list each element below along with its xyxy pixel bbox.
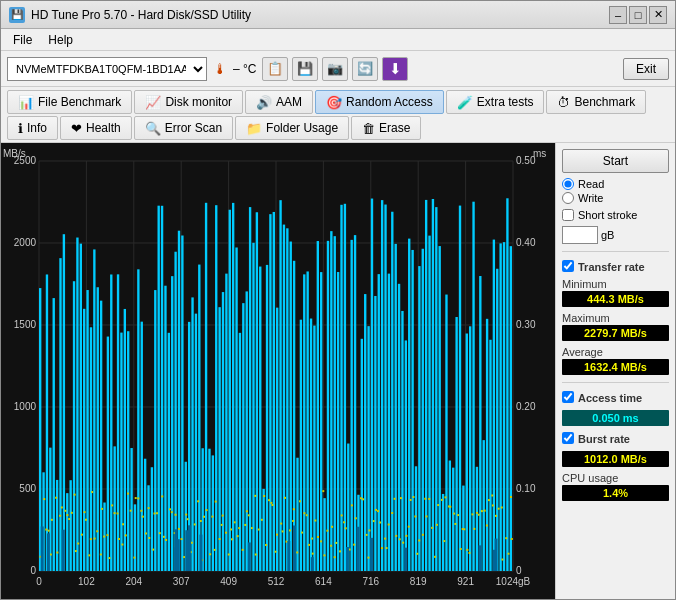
short-stroke-label: Short stroke [578,209,637,221]
title-bar: 💾 HD Tune Pro 5.70 - Hard Disk/SSD Utili… [1,1,675,29]
nav-bar: 📊 File Benchmark 📈 Disk monitor 🔊 AAM 🎯 … [1,87,675,143]
info-icon: ℹ [18,121,23,136]
nav-info-label: Info [27,121,47,135]
access-time-checkbox-label[interactable]: Access time [562,390,669,404]
temp-display: – °C [233,62,256,76]
minimum-label: Minimum [562,278,669,290]
read-write-group: Read Write [562,178,669,204]
nav-health[interactable]: ❤ Health [60,116,132,140]
average-section: Average 1632.4 MB/s [562,346,669,375]
nav-info[interactable]: ℹ Info [7,116,58,140]
menu-file[interactable]: File [5,31,40,49]
cpu-usage-label: CPU usage [562,472,669,484]
gb-label: gB [601,229,614,241]
average-value: 1632.4 MB/s [562,359,669,375]
maximum-label: Maximum [562,312,669,324]
short-stroke-input[interactable]: 40 [562,226,598,244]
icon-save[interactable]: 💾 [292,57,318,81]
maximum-section: Maximum 2279.7 MB/s [562,312,669,341]
close-button[interactable]: ✕ [649,6,667,24]
nav-file-benchmark[interactable]: 📊 File Benchmark [7,90,132,114]
maximum-value: 2279.7 MB/s [562,325,669,341]
write-label: Write [578,192,603,204]
error-scan-icon: 🔍 [145,121,161,136]
icon-copy[interactable]: 📋 [262,57,288,81]
nav-error-scan-label: Error Scan [165,121,222,135]
chart-area [1,143,555,599]
short-stroke-checkbox-label[interactable]: Short stroke [562,209,669,221]
access-time-checkbox[interactable] [562,391,574,403]
extra-tests-icon: 🧪 [457,95,473,110]
divider-1 [562,251,669,252]
menu-bar: File Help [1,29,675,51]
nav-folder-usage-label: Folder Usage [266,121,338,135]
nav-random-access[interactable]: 🎯 Random Access [315,90,444,114]
short-stroke-checkbox[interactable] [562,209,574,221]
icon-refresh[interactable]: 🔄 [352,57,378,81]
right-panel: Start Read Write Short stroke 40 gB [555,143,675,599]
cpu-usage-section: CPU usage 1.4% [562,472,669,501]
nav-extra-tests-label: Extra tests [477,95,534,109]
nav-folder-usage[interactable]: 📁 Folder Usage [235,116,349,140]
nav-disk-monitor-label: Disk monitor [165,95,232,109]
toolbar-icons: 📋 💾 📷 🔄 ⬇ [262,57,617,81]
burst-rate-checkbox-label[interactable]: Burst rate [562,431,669,445]
minimum-value: 444.3 MB/s [562,291,669,307]
transfer-rate-checkbox-label[interactable]: Transfer rate [562,259,669,273]
thermometer-icon: 🌡 [213,61,227,77]
disk-monitor-icon: 📈 [145,95,161,110]
main-window: 💾 HD Tune Pro 5.70 - Hard Disk/SSD Utili… [0,0,676,600]
nav-aam-label: AAM [276,95,302,109]
write-radio[interactable] [562,192,574,204]
minimum-section: Minimum 444.3 MB/s [562,278,669,307]
nav-disk-monitor[interactable]: 📈 Disk monitor [134,90,243,114]
aam-icon: 🔊 [256,95,272,110]
nav-erase[interactable]: 🗑 Erase [351,116,421,140]
exit-button[interactable]: Exit [623,58,669,80]
short-stroke-row: 40 gB [562,226,669,244]
drive-select[interactable]: NVMeMTFDKBA1T0QFM-1BD1AABGB (1 [7,57,207,81]
app-icon: 💾 [9,7,25,23]
transfer-rate-checkbox[interactable] [562,260,574,272]
menu-help[interactable]: Help [40,31,81,49]
file-benchmark-icon: 📊 [18,95,34,110]
window-title: HD Tune Pro 5.70 - Hard Disk/SSD Utility [31,8,251,22]
nav-erase-label: Erase [379,121,410,135]
access-time-label: Access time [578,392,642,404]
divider-2 [562,382,669,383]
nav-error-scan[interactable]: 🔍 Error Scan [134,116,233,140]
burst-rate-label: Burst rate [578,433,630,445]
erase-icon: 🗑 [362,121,375,136]
toolbar: NVMeMTFDKBA1T0QFM-1BD1AABGB (1 🌡 – °C 📋 … [1,51,675,87]
benchmark-chart [1,143,555,599]
maximize-button[interactable]: □ [629,6,647,24]
cpu-usage-value: 1.4% [562,485,669,501]
write-radio-label[interactable]: Write [562,192,669,204]
nav-benchmark[interactable]: ⏱ Benchmark [546,90,646,114]
nav-health-label: Health [86,121,121,135]
average-label: Average [562,346,669,358]
read-radio[interactable] [562,178,574,190]
title-bar-left: 💾 HD Tune Pro 5.70 - Hard Disk/SSD Utili… [9,7,251,23]
nav-extra-tests[interactable]: 🧪 Extra tests [446,90,545,114]
nav-aam[interactable]: 🔊 AAM [245,90,313,114]
health-icon: ❤ [71,121,82,136]
burst-rate-checkbox[interactable] [562,432,574,444]
access-time-value: 0.050 ms [562,410,669,426]
start-button[interactable]: Start [562,149,669,173]
transfer-rate-label: Transfer rate [578,261,645,273]
read-radio-label[interactable]: Read [562,178,669,190]
burst-rate-value: 1012.0 MB/s [562,451,669,467]
read-label: Read [578,178,604,190]
minimize-button[interactable]: – [609,6,627,24]
icon-download[interactable]: ⬇ [382,57,408,81]
nav-file-benchmark-label: File Benchmark [38,95,121,109]
title-bar-controls: – □ ✕ [609,6,667,24]
folder-usage-icon: 📁 [246,121,262,136]
nav-random-access-label: Random Access [346,95,433,109]
nav-benchmark-label: Benchmark [574,95,635,109]
benchmark-icon: ⏱ [557,95,570,110]
main-content: Start Read Write Short stroke 40 gB [1,143,675,599]
icon-camera[interactable]: 📷 [322,57,348,81]
random-access-icon: 🎯 [326,95,342,110]
